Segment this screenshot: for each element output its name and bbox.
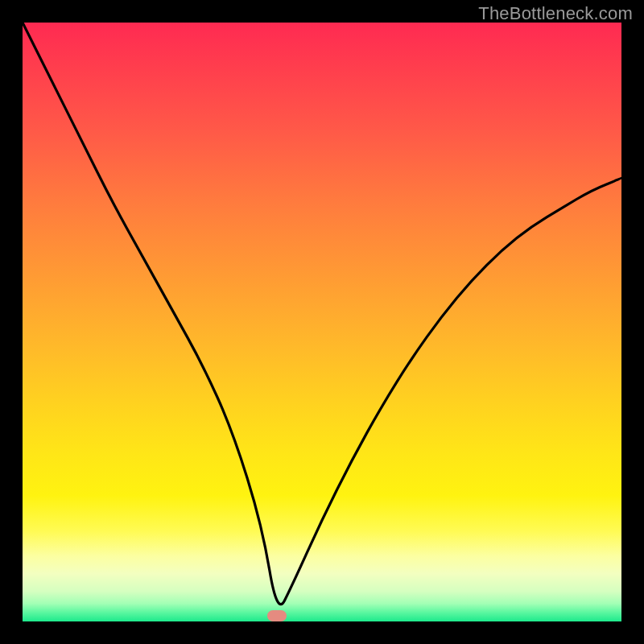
plot-area xyxy=(23,23,621,621)
curve-svg xyxy=(23,23,621,621)
chart-frame: TheBottleneck.com xyxy=(0,0,644,644)
optimum-marker xyxy=(267,610,287,621)
bottleneck-curve xyxy=(23,23,621,605)
watermark-text: TheBottleneck.com xyxy=(478,3,633,24)
